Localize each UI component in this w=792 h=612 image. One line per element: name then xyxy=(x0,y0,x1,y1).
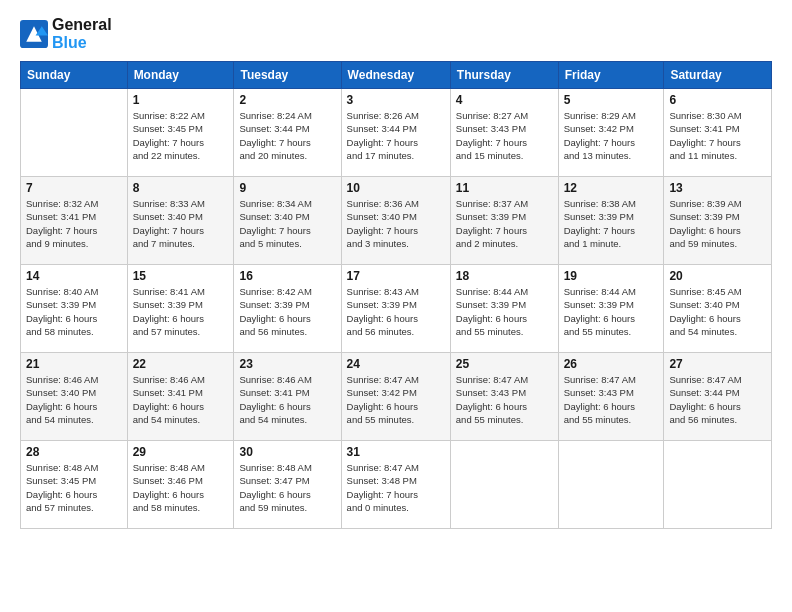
day-cell: 27Sunrise: 8:47 AM Sunset: 3:44 PM Dayli… xyxy=(664,353,772,441)
day-number: 22 xyxy=(133,357,229,371)
day-info: Sunrise: 8:47 AM Sunset: 3:43 PM Dayligh… xyxy=(456,373,553,426)
day-info: Sunrise: 8:42 AM Sunset: 3:39 PM Dayligh… xyxy=(239,285,335,338)
day-number: 23 xyxy=(239,357,335,371)
day-number: 14 xyxy=(26,269,122,283)
day-cell: 26Sunrise: 8:47 AM Sunset: 3:43 PM Dayli… xyxy=(558,353,664,441)
day-info: Sunrise: 8:32 AM Sunset: 3:41 PM Dayligh… xyxy=(26,197,122,250)
day-cell: 21Sunrise: 8:46 AM Sunset: 3:40 PM Dayli… xyxy=(21,353,128,441)
day-number: 11 xyxy=(456,181,553,195)
logo: General Blue xyxy=(20,16,112,51)
weekday-friday: Friday xyxy=(558,62,664,89)
day-info: Sunrise: 8:36 AM Sunset: 3:40 PM Dayligh… xyxy=(347,197,445,250)
weekday-sunday: Sunday xyxy=(21,62,128,89)
day-info: Sunrise: 8:40 AM Sunset: 3:39 PM Dayligh… xyxy=(26,285,122,338)
day-number: 12 xyxy=(564,181,659,195)
day-cell: 13Sunrise: 8:39 AM Sunset: 3:39 PM Dayli… xyxy=(664,177,772,265)
week-row-2: 7Sunrise: 8:32 AM Sunset: 3:41 PM Daylig… xyxy=(21,177,772,265)
day-info: Sunrise: 8:43 AM Sunset: 3:39 PM Dayligh… xyxy=(347,285,445,338)
day-cell: 28Sunrise: 8:48 AM Sunset: 3:45 PM Dayli… xyxy=(21,441,128,529)
weekday-tuesday: Tuesday xyxy=(234,62,341,89)
day-cell: 3Sunrise: 8:26 AM Sunset: 3:44 PM Daylig… xyxy=(341,89,450,177)
week-row-1: 1Sunrise: 8:22 AM Sunset: 3:45 PM Daylig… xyxy=(21,89,772,177)
day-cell: 25Sunrise: 8:47 AM Sunset: 3:43 PM Dayli… xyxy=(450,353,558,441)
calendar-table: SundayMondayTuesdayWednesdayThursdayFrid… xyxy=(20,61,772,529)
day-cell: 6Sunrise: 8:30 AM Sunset: 3:41 PM Daylig… xyxy=(664,89,772,177)
day-cell: 31Sunrise: 8:47 AM Sunset: 3:48 PM Dayli… xyxy=(341,441,450,529)
day-info: Sunrise: 8:37 AM Sunset: 3:39 PM Dayligh… xyxy=(456,197,553,250)
day-number: 28 xyxy=(26,445,122,459)
week-row-3: 14Sunrise: 8:40 AM Sunset: 3:39 PM Dayli… xyxy=(21,265,772,353)
day-cell xyxy=(21,89,128,177)
day-cell: 2Sunrise: 8:24 AM Sunset: 3:44 PM Daylig… xyxy=(234,89,341,177)
day-number: 7 xyxy=(26,181,122,195)
day-cell: 5Sunrise: 8:29 AM Sunset: 3:42 PM Daylig… xyxy=(558,89,664,177)
day-info: Sunrise: 8:47 AM Sunset: 3:44 PM Dayligh… xyxy=(669,373,766,426)
day-cell: 15Sunrise: 8:41 AM Sunset: 3:39 PM Dayli… xyxy=(127,265,234,353)
day-number: 5 xyxy=(564,93,659,107)
day-cell: 20Sunrise: 8:45 AM Sunset: 3:40 PM Dayli… xyxy=(664,265,772,353)
weekday-saturday: Saturday xyxy=(664,62,772,89)
day-cell: 23Sunrise: 8:46 AM Sunset: 3:41 PM Dayli… xyxy=(234,353,341,441)
calendar-body: 1Sunrise: 8:22 AM Sunset: 3:45 PM Daylig… xyxy=(21,89,772,529)
day-number: 9 xyxy=(239,181,335,195)
day-number: 30 xyxy=(239,445,335,459)
day-info: Sunrise: 8:26 AM Sunset: 3:44 PM Dayligh… xyxy=(347,109,445,162)
day-number: 4 xyxy=(456,93,553,107)
day-cell: 1Sunrise: 8:22 AM Sunset: 3:45 PM Daylig… xyxy=(127,89,234,177)
day-number: 20 xyxy=(669,269,766,283)
header: General Blue xyxy=(20,16,772,51)
day-cell: 8Sunrise: 8:33 AM Sunset: 3:40 PM Daylig… xyxy=(127,177,234,265)
day-number: 3 xyxy=(347,93,445,107)
day-number: 18 xyxy=(456,269,553,283)
day-number: 25 xyxy=(456,357,553,371)
day-info: Sunrise: 8:47 AM Sunset: 3:43 PM Dayligh… xyxy=(564,373,659,426)
day-info: Sunrise: 8:46 AM Sunset: 3:41 PM Dayligh… xyxy=(239,373,335,426)
day-info: Sunrise: 8:47 AM Sunset: 3:42 PM Dayligh… xyxy=(347,373,445,426)
day-number: 13 xyxy=(669,181,766,195)
day-info: Sunrise: 8:48 AM Sunset: 3:45 PM Dayligh… xyxy=(26,461,122,514)
day-info: Sunrise: 8:22 AM Sunset: 3:45 PM Dayligh… xyxy=(133,109,229,162)
day-info: Sunrise: 8:45 AM Sunset: 3:40 PM Dayligh… xyxy=(669,285,766,338)
logo-text-line1: General xyxy=(52,16,112,34)
day-cell xyxy=(558,441,664,529)
day-number: 24 xyxy=(347,357,445,371)
logo-text-line2: Blue xyxy=(52,34,112,52)
day-cell: 14Sunrise: 8:40 AM Sunset: 3:39 PM Dayli… xyxy=(21,265,128,353)
day-number: 29 xyxy=(133,445,229,459)
weekday-wednesday: Wednesday xyxy=(341,62,450,89)
day-cell: 10Sunrise: 8:36 AM Sunset: 3:40 PM Dayli… xyxy=(341,177,450,265)
day-cell: 17Sunrise: 8:43 AM Sunset: 3:39 PM Dayli… xyxy=(341,265,450,353)
day-info: Sunrise: 8:48 AM Sunset: 3:47 PM Dayligh… xyxy=(239,461,335,514)
day-info: Sunrise: 8:44 AM Sunset: 3:39 PM Dayligh… xyxy=(456,285,553,338)
day-number: 16 xyxy=(239,269,335,283)
day-info: Sunrise: 8:33 AM Sunset: 3:40 PM Dayligh… xyxy=(133,197,229,250)
day-info: Sunrise: 8:47 AM Sunset: 3:48 PM Dayligh… xyxy=(347,461,445,514)
weekday-header-row: SundayMondayTuesdayWednesdayThursdayFrid… xyxy=(21,62,772,89)
day-number: 31 xyxy=(347,445,445,459)
day-info: Sunrise: 8:48 AM Sunset: 3:46 PM Dayligh… xyxy=(133,461,229,514)
day-cell: 29Sunrise: 8:48 AM Sunset: 3:46 PM Dayli… xyxy=(127,441,234,529)
weekday-monday: Monday xyxy=(127,62,234,89)
day-info: Sunrise: 8:39 AM Sunset: 3:39 PM Dayligh… xyxy=(669,197,766,250)
day-cell: 16Sunrise: 8:42 AM Sunset: 3:39 PM Dayli… xyxy=(234,265,341,353)
day-number: 27 xyxy=(669,357,766,371)
day-number: 6 xyxy=(669,93,766,107)
day-number: 2 xyxy=(239,93,335,107)
day-cell: 9Sunrise: 8:34 AM Sunset: 3:40 PM Daylig… xyxy=(234,177,341,265)
logo-icon xyxy=(20,20,48,48)
day-number: 10 xyxy=(347,181,445,195)
calendar-page: General Blue SundayMondayTuesdayWednesda… xyxy=(0,0,792,612)
day-info: Sunrise: 8:46 AM Sunset: 3:40 PM Dayligh… xyxy=(26,373,122,426)
day-cell: 4Sunrise: 8:27 AM Sunset: 3:43 PM Daylig… xyxy=(450,89,558,177)
day-cell: 18Sunrise: 8:44 AM Sunset: 3:39 PM Dayli… xyxy=(450,265,558,353)
day-number: 8 xyxy=(133,181,229,195)
day-number: 26 xyxy=(564,357,659,371)
day-cell: 22Sunrise: 8:46 AM Sunset: 3:41 PM Dayli… xyxy=(127,353,234,441)
day-cell xyxy=(664,441,772,529)
week-row-5: 28Sunrise: 8:48 AM Sunset: 3:45 PM Dayli… xyxy=(21,441,772,529)
day-info: Sunrise: 8:30 AM Sunset: 3:41 PM Dayligh… xyxy=(669,109,766,162)
day-cell: 12Sunrise: 8:38 AM Sunset: 3:39 PM Dayli… xyxy=(558,177,664,265)
day-cell: 7Sunrise: 8:32 AM Sunset: 3:41 PM Daylig… xyxy=(21,177,128,265)
day-info: Sunrise: 8:38 AM Sunset: 3:39 PM Dayligh… xyxy=(564,197,659,250)
day-cell: 19Sunrise: 8:44 AM Sunset: 3:39 PM Dayli… xyxy=(558,265,664,353)
